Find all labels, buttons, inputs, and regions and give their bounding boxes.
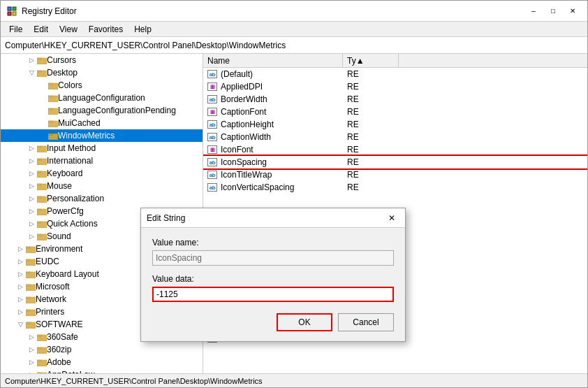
expand-icon-mouse[interactable]: ▷	[26, 180, 37, 192]
svg-rect-3	[13, 12, 16, 15]
close-button[interactable]: ✕	[564, 3, 582, 19]
expand-icon-powercfg[interactable]: ▷	[26, 206, 37, 217]
tree-label-appdatalow: AppDataLow	[47, 370, 95, 373]
folder-icon-environment	[26, 245, 36, 253]
value-row-applieddpi[interactable]: ⊞ AppliedDPI RE	[203, 80, 587, 93]
value-row-iconverticalspacing[interactable]: ab IconVerticalSpacing RE	[203, 181, 587, 194]
expand-icon-adobe[interactable]: ▷	[26, 357, 37, 368]
tree-item-cursors[interactable]: ▷ Cursors	[1, 54, 203, 66]
tree-item-360zip[interactable]: ▷ 360zip	[1, 343, 203, 356]
reg-icon-ab-iconverticalspacing: ab	[207, 183, 217, 192]
reg-icon-ab-captionheight: ab	[207, 120, 217, 129]
maximize-button[interactable]: □	[544, 3, 562, 19]
header-name-label: Name	[207, 56, 230, 66]
menu-edit[interactable]: Edit	[28, 23, 54, 36]
tree-item-international[interactable]: ▷ International	[1, 155, 203, 167]
tree-item-keyboard[interactable]: ▷ Keyboard	[1, 167, 203, 180]
tree-item-mouse[interactable]: ▷ Mouse	[1, 180, 203, 192]
expand-icon-personalization[interactable]: ▷	[26, 193, 37, 204]
tree-item-muicached[interactable]: MuiCached	[1, 117, 203, 129]
minimize-button[interactable]: –	[524, 3, 543, 19]
svg-rect-11	[48, 96, 52, 97]
dialog-body: Value name: Value data: OK Cancel	[141, 228, 405, 341]
expand-icon-keyboardlayout[interactable]: ▷	[15, 268, 26, 280]
value-row-iconfont[interactable]: ⊞ IconFont RE	[203, 143, 587, 156]
value-data-input[interactable]	[152, 287, 394, 302]
expand-icon-appdatalow[interactable]: ▷	[26, 369, 37, 373]
status-text: Computer\HKEY_CURRENT_USER\Control Panel…	[5, 377, 263, 385]
value-row-captionwidth[interactable]: ab CaptionWidth RE	[203, 131, 587, 143]
expand-icon-printers[interactable]: ▷	[15, 306, 26, 317]
expand-icon-colors[interactable]	[37, 80, 48, 91]
menu-file[interactable]: File	[3, 23, 28, 36]
tree-item-adobe[interactable]: ▷ Adobe	[1, 356, 203, 368]
tree-item-langconfig[interactable]: LanguageConfiguration	[1, 92, 203, 104]
expand-icon-microsoft[interactable]: ▷	[15, 281, 26, 292]
ok-button[interactable]: OK	[277, 313, 332, 331]
folder-icon-langconfig-pending	[48, 106, 58, 115]
header-type: Ty▲	[343, 54, 399, 67]
tree-label-environment: Environment	[36, 244, 82, 254]
expand-icon-inputmethod[interactable]: ▷	[26, 143, 37, 154]
expand-icon-environment[interactable]: ▷	[15, 243, 26, 254]
reg-icon-ab-icontitlewrap: ab	[207, 171, 217, 179]
folder-icon-adobe	[37, 358, 47, 366]
svg-rect-49	[37, 335, 41, 336]
value-row-borderwidth[interactable]: ab BorderWidth RE	[203, 93, 587, 106]
expand-icon-windowmetrics[interactable]	[37, 130, 48, 141]
menu-help[interactable]: Help	[128, 23, 157, 36]
svg-rect-23	[37, 171, 41, 173]
expand-icon-quickactions[interactable]: ▷	[26, 218, 37, 229]
tree-label-langconfig-pending: LanguageConfigurationPending	[58, 106, 176, 115]
tree-item-appdatalow[interactable]: ▷ AppDataLow	[1, 368, 203, 373]
value-row-captionfont[interactable]: ⊞ CaptionFont RE	[203, 106, 587, 118]
menu-view[interactable]: View	[54, 23, 83, 36]
tree-item-langconfig-pending[interactable]: LanguageConfigurationPending	[1, 104, 203, 117]
cancel-button[interactable]: Cancel	[338, 313, 394, 331]
expand-icon-360zip[interactable]: ▷	[26, 344, 37, 355]
svg-rect-13	[48, 108, 52, 110]
expand-icon-network[interactable]: ▷	[15, 294, 26, 305]
expand-icon-desktop[interactable]: ▽	[26, 67, 37, 78]
tree-label-international: International	[47, 156, 93, 166]
folder-icon-microsoft	[26, 282, 36, 291]
expand-icon-keyboard[interactable]: ▷	[26, 168, 37, 179]
tree-label-cursors: Cursors	[47, 55, 76, 65]
tree-label-360safe: 360Safe	[47, 332, 78, 342]
tree-item-inputmethod[interactable]: ▷ Input Method	[1, 142, 203, 155]
value-row-iconspacing[interactable]: ab IconSpacing RE	[203, 156, 587, 168]
value-name-applieddpi: ⊞ AppliedDPI	[203, 82, 343, 92]
tree-item-personalization[interactable]: ▷ Personalization	[1, 192, 203, 205]
folder-icon	[37, 56, 47, 64]
dialog-close-button[interactable]: ✕	[384, 211, 399, 225]
svg-rect-2	[8, 12, 11, 15]
expand-icon-international[interactable]: ▷	[26, 155, 37, 166]
expand-icon-langconfig-pending[interactable]	[37, 105, 48, 116]
value-row-default[interactable]: ab (Default) RE	[203, 68, 587, 80]
tree-item-colors[interactable]: Colors	[1, 79, 203, 92]
tree-item-desktop[interactable]: ▽ Desktop	[1, 66, 203, 79]
value-name-label: Value name:	[152, 238, 394, 247]
values-header: Name Ty▲	[203, 54, 587, 68]
expand-icon-eudc[interactable]: ▷	[15, 256, 26, 267]
value-name-iconverticalspacing: ab IconVerticalSpacing	[203, 182, 343, 192]
menu-bar: File Edit View Favorites Help	[1, 22, 587, 37]
expand-icon-langconfig[interactable]	[37, 92, 48, 103]
expand-icon-360safe[interactable]: ▷	[26, 331, 37, 343]
tree-item-windowmetrics[interactable]: WindowMetrics	[1, 129, 203, 142]
main-content: ▷ Cursors ▽ Desktop	[1, 54, 587, 373]
value-row-icontitlewrap[interactable]: ab IconTitleWrap RE	[203, 168, 587, 181]
dialog-buttons: OK Cancel	[152, 313, 394, 331]
expand-icon-muicached[interactable]	[37, 117, 48, 129]
value-row-captionheight[interactable]: ab CaptionHeight RE	[203, 118, 587, 131]
tree-label-keyboard: Keyboard	[47, 168, 82, 178]
expand-icon-sound[interactable]: ▷	[26, 231, 37, 242]
svg-rect-33	[37, 234, 41, 236]
value-name-input[interactable]	[152, 250, 394, 266]
expand-icon-software[interactable]: ▽	[15, 319, 26, 330]
tree-label-microsoft: Microsoft	[36, 282, 70, 292]
registry-editor-window: Registry Editor – □ ✕ File Edit View Fav…	[0, 0, 588, 388]
expand-icon[interactable]: ▷	[26, 55, 37, 66]
value-name-iconspacing: ab IconSpacing	[203, 157, 343, 167]
menu-favorites[interactable]: Favorites	[83, 23, 128, 36]
